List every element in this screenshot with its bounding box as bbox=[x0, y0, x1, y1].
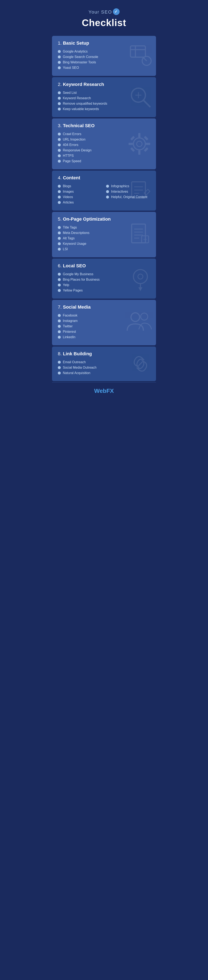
bullet-icon bbox=[58, 143, 61, 146]
header-title: Checklist bbox=[58, 17, 150, 29]
bullet-icon bbox=[106, 190, 109, 193]
bullet-icon bbox=[58, 154, 61, 157]
svg-rect-25 bbox=[132, 224, 145, 243]
bullet-icon bbox=[58, 237, 61, 240]
svg-rect-12 bbox=[138, 150, 140, 155]
section-keyword-research: 2. Keyword Research Seed List Keyword Re… bbox=[52, 77, 156, 117]
svg-line-4 bbox=[143, 57, 147, 61]
page-container: Your SEO Checklist 1. Basic Setup Google… bbox=[52, 0, 156, 399]
section-local-seo: 6. Local SEO Google My Business Bing Pla… bbox=[52, 259, 156, 299]
link-icon bbox=[128, 352, 153, 376]
bullet-icon bbox=[58, 248, 61, 251]
section-content: 4. Content Blogs Images Videos Articles … bbox=[52, 170, 156, 211]
logo-text: Web bbox=[94, 388, 107, 394]
bullet-icon bbox=[58, 66, 61, 69]
content-col-left: Blogs Images Videos Articles bbox=[58, 183, 102, 205]
section-social-media: 7. Social Media Facebook Instagram Twitt… bbox=[52, 300, 156, 345]
bullet-icon bbox=[58, 273, 61, 276]
svg-rect-16 bbox=[144, 136, 148, 140]
svg-rect-14 bbox=[146, 143, 150, 145]
pencil-icon bbox=[128, 178, 153, 203]
bullet-icon bbox=[58, 149, 61, 152]
svg-point-38 bbox=[141, 313, 148, 320]
section-3-title: 3. Technical SEO bbox=[58, 123, 150, 129]
bullet-icon bbox=[58, 190, 61, 193]
bullet-icon bbox=[58, 330, 61, 333]
bullet-icon bbox=[106, 196, 109, 199]
svg-point-37 bbox=[131, 313, 140, 321]
section-basic-setup: 1. Basic Setup Google Analytics Google S… bbox=[52, 36, 156, 76]
bullet-icon bbox=[58, 289, 61, 292]
bullet-icon bbox=[58, 231, 61, 234]
svg-rect-17 bbox=[130, 147, 135, 152]
list-item: LSI bbox=[58, 247, 150, 252]
map-icon bbox=[128, 266, 153, 291]
magnifier-icon bbox=[128, 85, 153, 110]
svg-point-34 bbox=[138, 274, 143, 279]
logo-accent: FX bbox=[106, 388, 114, 394]
bullet-icon bbox=[58, 336, 61, 339]
footer: WebFX bbox=[52, 382, 156, 399]
header-subtitle: Your SEO bbox=[58, 8, 150, 16]
bullet-icon bbox=[58, 283, 61, 286]
bullet-icon bbox=[58, 201, 61, 204]
bullet-icon bbox=[58, 91, 61, 94]
bullet-icon bbox=[58, 278, 61, 281]
bullet-icon bbox=[58, 366, 61, 369]
svg-rect-15 bbox=[130, 136, 135, 140]
bullet-icon bbox=[58, 138, 61, 141]
bullet-icon bbox=[58, 325, 61, 328]
svg-rect-18 bbox=[144, 147, 148, 152]
list-item: Images bbox=[58, 189, 102, 194]
svg-point-10 bbox=[137, 141, 142, 146]
section-on-page: 5. On-Page Optimization Title Tags Meta … bbox=[52, 212, 156, 257]
svg-rect-11 bbox=[138, 133, 140, 137]
list-item: Videos bbox=[58, 194, 102, 200]
bullet-icon bbox=[106, 185, 109, 188]
section-5-title: 5. On-Page Optimization bbox=[58, 216, 150, 222]
header: Your SEO Checklist bbox=[52, 0, 156, 35]
svg-point-9 bbox=[133, 138, 145, 150]
bullet-icon bbox=[58, 242, 61, 245]
list-item: Articles bbox=[58, 200, 102, 205]
section-4-list-left: Blogs Images Videos Articles bbox=[58, 183, 102, 205]
list-item: Blogs bbox=[58, 183, 102, 189]
bullet-icon bbox=[58, 133, 61, 135]
checkmark-icon bbox=[113, 8, 120, 15]
bullet-icon bbox=[58, 50, 61, 53]
bullet-icon bbox=[58, 160, 61, 163]
bullet-icon bbox=[58, 61, 61, 64]
bullet-icon bbox=[58, 108, 61, 110]
section-link-building: 8. Link Building Email Outreach Social M… bbox=[52, 347, 156, 381]
people-icon bbox=[126, 309, 153, 336]
svg-point-33 bbox=[133, 270, 147, 283]
wrench-icon bbox=[128, 43, 153, 68]
bullet-icon bbox=[58, 372, 61, 374]
svg-marker-36 bbox=[138, 287, 142, 291]
svg-rect-0 bbox=[131, 46, 145, 57]
bullet-icon bbox=[58, 56, 61, 58]
page-icon bbox=[128, 222, 153, 247]
bullet-icon bbox=[58, 314, 61, 317]
svg-line-6 bbox=[143, 100, 150, 107]
bullet-icon bbox=[58, 185, 61, 188]
bullet-icon bbox=[58, 361, 61, 364]
svg-rect-13 bbox=[129, 143, 133, 145]
bullet-icon bbox=[58, 320, 61, 322]
bullet-icon bbox=[58, 97, 61, 100]
section-technical-seo: 3. Technical SEO Crawl Errors URL Inspec… bbox=[52, 118, 156, 169]
svg-line-39 bbox=[138, 362, 142, 366]
footer-logo: WebFX bbox=[57, 388, 151, 394]
list-item: Page Speed bbox=[58, 159, 150, 164]
bullet-icon bbox=[58, 226, 61, 229]
gear-icon bbox=[126, 130, 153, 158]
bullet-icon bbox=[58, 196, 61, 199]
bullet-icon bbox=[58, 102, 61, 105]
